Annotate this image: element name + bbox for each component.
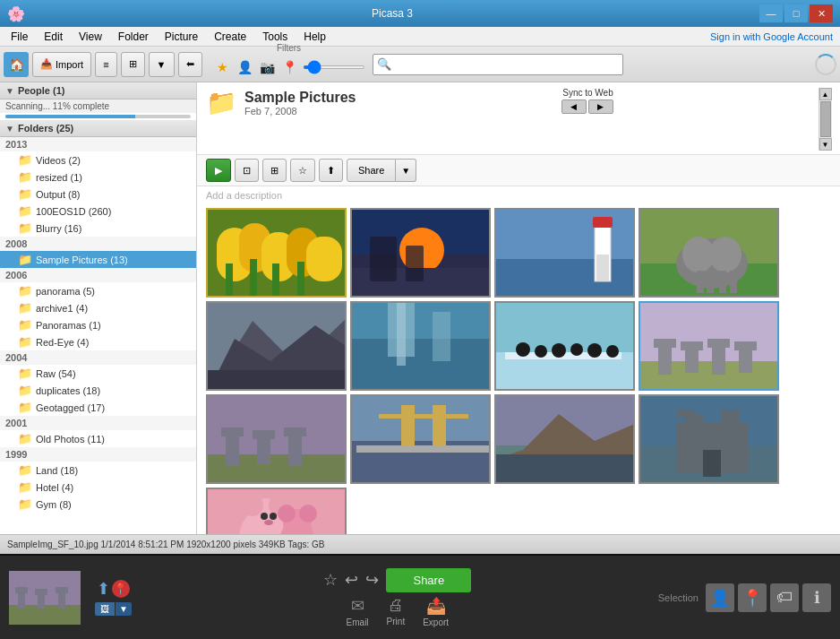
people-expand-icon: ▼ bbox=[5, 86, 14, 96]
pin-filter-icon[interactable]: 📍 bbox=[280, 57, 300, 77]
sync-on-button[interactable]: ▶ bbox=[588, 99, 613, 114]
folder-blurry[interactable]: 📁 Blurry (16) bbox=[0, 220, 196, 237]
menu-picture[interactable]: Picture bbox=[158, 29, 205, 45]
folder-geotagged[interactable]: 📁 Geotagged (17) bbox=[0, 399, 196, 416]
photo-thumb-coast[interactable] bbox=[494, 394, 635, 484]
add-photos-button[interactable]: 🖼 bbox=[95, 602, 115, 616]
photo-thumb-stonehenge2[interactable] bbox=[206, 394, 347, 484]
folder-videos[interactable]: 📁 Videos (2) bbox=[0, 151, 196, 168]
menu-create[interactable]: Create bbox=[207, 29, 253, 45]
photo-thumb-bridge[interactable] bbox=[350, 394, 491, 484]
photo-thumb-stonehenge1[interactable] bbox=[639, 301, 779, 391]
svg-rect-37 bbox=[397, 303, 406, 366]
folder-land[interactable]: 📁 Land (18) bbox=[0, 462, 196, 479]
photo-thumb-castle[interactable] bbox=[639, 394, 779, 484]
play-slideshow-button[interactable]: ▶ bbox=[206, 159, 231, 182]
folder-red-eye[interactable]: 📁 Red-Eye (4) bbox=[0, 333, 196, 350]
sync-off-button[interactable]: ◀ bbox=[561, 99, 587, 114]
folder-raw[interactable]: 📁 Raw (54) bbox=[0, 365, 196, 382]
search-input[interactable] bbox=[395, 59, 619, 70]
add-photos-dropdown[interactable]: ▼ bbox=[116, 602, 132, 616]
sort-button[interactable]: ▼ bbox=[149, 52, 175, 77]
filters-label: Filters bbox=[277, 43, 301, 53]
photo-thumb-mountains[interactable] bbox=[206, 301, 347, 391]
sign-in-link[interactable]: Sign in with Google Account bbox=[710, 31, 833, 42]
view-list-button[interactable]: ≡ bbox=[95, 52, 116, 77]
photo-thumb-waterfall[interactable] bbox=[350, 301, 491, 391]
svg-rect-54 bbox=[712, 343, 725, 375]
folder-old-photos[interactable]: 📁 Old Photos (11) bbox=[0, 430, 196, 447]
photo-thumb-lighthouse[interactable] bbox=[494, 208, 635, 298]
import-button[interactable]: 📥 Import bbox=[32, 52, 91, 77]
content-scrollbar[interactable]: ▲ ▼ bbox=[819, 88, 831, 151]
menu-file[interactable]: File bbox=[4, 29, 35, 45]
svg-rect-33 bbox=[208, 370, 347, 391]
photo-thumb-penguins[interactable] bbox=[494, 301, 635, 391]
selection-label: Selection bbox=[658, 592, 699, 603]
share-dropdown-button[interactable]: ▼ bbox=[396, 159, 416, 182]
photo-tray-button[interactable]: ⊡ bbox=[235, 159, 259, 182]
folder-resized[interactable]: 📁 resized (1) bbox=[0, 168, 196, 186]
svg-point-44 bbox=[552, 343, 566, 358]
photo-thumb-teddybear[interactable] bbox=[206, 488, 347, 534]
photo-thumb-tulips[interactable] bbox=[206, 208, 347, 298]
scroll-up-arrow[interactable]: ▲ bbox=[819, 88, 832, 100]
menu-edit[interactable]: Edit bbox=[37, 29, 70, 45]
bottom-rotate-right-icon[interactable]: ↪ bbox=[365, 570, 379, 590]
bottom-star-icon[interactable]: ☆ bbox=[323, 570, 338, 590]
folder-icon: 📁 bbox=[18, 284, 32, 298]
photo-thumb-elephant[interactable] bbox=[639, 208, 779, 298]
svg-rect-9 bbox=[297, 262, 304, 298]
print-action[interactable]: 🖨 Print bbox=[387, 596, 406, 626]
svg-rect-60 bbox=[226, 432, 239, 466]
folder-archive1[interactable]: 📁 archive1 (4) bbox=[0, 299, 196, 316]
geo-tag-icon[interactable]: 📍 bbox=[738, 583, 767, 612]
collage-button[interactable]: ⊞ bbox=[262, 159, 287, 182]
filter-slider[interactable] bbox=[303, 65, 365, 69]
photo-thumb-sunset[interactable] bbox=[350, 208, 491, 298]
folder-panorama[interactable]: 📁 panorama (5) bbox=[0, 282, 196, 299]
maximize-button[interactable]: □ bbox=[784, 4, 808, 22]
folder-100eos1d[interactable]: 📁 100EOS1D (260) bbox=[0, 203, 196, 220]
scroll-thumb[interactable] bbox=[820, 101, 831, 137]
folder-gym[interactable]: 📁 Gym (8) bbox=[0, 496, 196, 513]
menu-folder[interactable]: Folder bbox=[111, 29, 156, 45]
folder-duplicates[interactable]: 📁 duplicates (18) bbox=[0, 382, 196, 399]
add-to-tray-icon[interactable]: ⬆ bbox=[97, 579, 110, 599]
folder-panoramas[interactable]: 📁 Panoramas (1) bbox=[0, 316, 196, 333]
minimize-button[interactable]: — bbox=[759, 4, 783, 22]
info-icon[interactable]: ℹ bbox=[802, 583, 831, 612]
menu-help[interactable]: Help bbox=[296, 29, 333, 45]
view-grid-button[interactable]: ⊞ bbox=[121, 52, 145, 77]
camera-filter-icon[interactable]: 📷 bbox=[258, 57, 278, 77]
back-button[interactable]: ⬅ bbox=[178, 52, 202, 77]
content-area: 📁 Sample Pictures Feb 7, 2008 Sync to We… bbox=[197, 82, 840, 534]
export-action[interactable]: 📤 Export bbox=[423, 596, 449, 627]
photo-tray-icon: ⊡ bbox=[243, 165, 251, 177]
people-section-header[interactable]: ▼ People (1) bbox=[0, 82, 196, 99]
pin-icon[interactable]: 📍 bbox=[112, 580, 130, 598]
people-filter-icon[interactable]: 👤 bbox=[236, 57, 255, 77]
star-button[interactable]: ☆ bbox=[290, 159, 315, 182]
tag-icon[interactable]: 🏷 bbox=[770, 583, 799, 612]
album-description[interactable]: Add a description bbox=[197, 186, 840, 204]
email-action[interactable]: ✉ Email bbox=[347, 596, 369, 627]
export-button[interactable]: ⬆ bbox=[319, 159, 343, 182]
star-filter-icon[interactable]: ★ bbox=[213, 57, 233, 77]
svg-rect-63 bbox=[253, 430, 275, 439]
scroll-down-arrow[interactable]: ▼ bbox=[819, 138, 832, 151]
menu-view[interactable]: View bbox=[72, 29, 109, 45]
svg-rect-27 bbox=[707, 271, 714, 293]
share-button[interactable]: Share bbox=[347, 159, 396, 182]
bottom-rotate-left-icon[interactable]: ↩ bbox=[345, 570, 358, 590]
folder-sample-pictures[interactable]: 📁 Sample Pictures (13) bbox=[0, 251, 196, 268]
folder-output[interactable]: 📁 Output (8) bbox=[0, 186, 196, 203]
bottom-share-button[interactable]: Share bbox=[386, 568, 471, 592]
folders-section-header[interactable]: ▼ Folders (25) bbox=[0, 120, 196, 137]
folder-hotel[interactable]: 📁 Hotel (4) bbox=[0, 479, 196, 496]
loading-spinner bbox=[815, 54, 836, 75]
close-button[interactable]: ✕ bbox=[810, 4, 833, 22]
people-tag-icon[interactable]: 👤 bbox=[706, 583, 734, 612]
bottom-thumbnail[interactable] bbox=[9, 571, 81, 625]
svg-rect-80 bbox=[721, 414, 739, 445]
